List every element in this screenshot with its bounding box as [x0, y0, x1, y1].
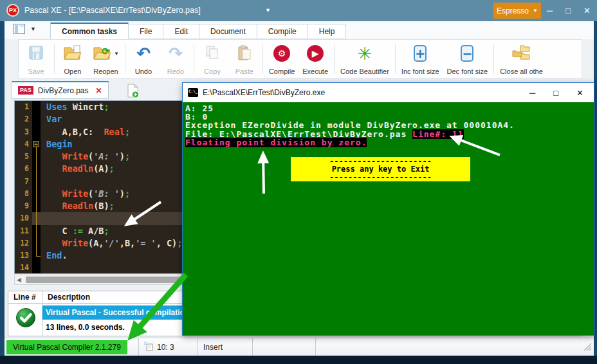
ribbon-tab-common-tasks[interactable]: Common tasks	[50, 23, 129, 39]
console-line: File: E:\PascalXE\ErrTest\DivByZero.pas …	[185, 130, 594, 138]
empty-cell	[315, 338, 378, 356]
fold-gutter	[32, 101, 41, 113]
close-all-icon	[512, 44, 530, 62]
ribbon-tab-file[interactable]: File	[129, 24, 163, 39]
save-label: Save	[28, 68, 44, 75]
press-any-key-box: ---------------------- Press any key to …	[291, 157, 470, 181]
line-number: 14	[15, 262, 32, 274]
copy-button[interactable]: Copy	[196, 41, 228, 77]
console-minimize-button[interactable]: ─	[529, 88, 535, 98]
folder-open-icon	[63, 44, 82, 63]
beautifier-icon: ✳	[358, 45, 372, 62]
new-file-button[interactable]	[126, 83, 140, 98]
cmd-prompt-icon: C:\_	[188, 88, 198, 97]
open-button[interactable]: Open	[57, 41, 89, 77]
line-number: 3	[15, 126, 32, 138]
paste-icon	[236, 44, 253, 62]
save-icon	[28, 44, 44, 62]
execute-button[interactable]: ▶Execute	[298, 41, 332, 77]
editor-tab-divbyzero[interactable]: PAS DivByZero.pas ✕	[12, 81, 109, 99]
ribbon-tab-edit[interactable]: Edit	[163, 24, 199, 39]
fold-gutter	[32, 163, 41, 175]
exit-box-message: Press any key to Exit	[291, 165, 470, 173]
layout-menu-icon	[14, 24, 25, 34]
reopen-button[interactable]: ⟳▼Reopen	[89, 41, 123, 77]
inc-font-size-button[interactable]: +Inc font size	[398, 41, 443, 77]
success-check-icon	[15, 307, 36, 331]
close-button[interactable]: ✕	[583, 6, 591, 15]
compile-button[interactable]: ⚙Compile	[265, 41, 298, 77]
theme-selector-button[interactable]: Espresso ▼	[493, 3, 541, 19]
toolbar-separator	[262, 44, 263, 74]
fold-gutter: −	[32, 138, 41, 150]
ribbon-tab-help[interactable]: Help	[308, 24, 347, 39]
fold-line	[36, 250, 37, 256]
code-beautifier-label: Code Beautifier	[340, 68, 389, 75]
chevron-down-icon: ▼	[30, 26, 36, 32]
undo-icon: ↶	[136, 45, 151, 62]
save-button[interactable]: Save	[20, 41, 52, 77]
insert-mode-value: Insert	[203, 343, 223, 352]
fold-gutter	[32, 237, 41, 250]
console-close-button[interactable]: ✕	[576, 88, 583, 98]
console-title: E:\PascalXE\ErrTest\DivByZero.exe	[203, 88, 525, 97]
code-beautifier-button[interactable]: ✳Code Beautifier	[336, 41, 393, 77]
close-all-othe-button[interactable]: Close all othe	[496, 41, 547, 77]
cursor-position-icon	[144, 341, 154, 353]
app-logo-icon: PX	[6, 4, 19, 17]
pascal-xe-window: PX Pascal XE - [E:\PascalXE\ErrTest\DivB…	[0, 0, 597, 364]
console-line: Floating point division by zero.	[185, 138, 594, 147]
line-number: 4	[15, 138, 32, 150]
paste-button[interactable]: Paste	[228, 41, 261, 77]
console-line: A: 25	[185, 104, 594, 113]
insert-mode-cell: Insert	[197, 338, 252, 356]
toolbar-separator	[395, 44, 396, 74]
line-number: 1	[15, 101, 32, 113]
fold-line	[36, 200, 37, 212]
title-caret-icon[interactable]: ▼	[265, 0, 271, 21]
fold-line	[36, 163, 37, 175]
ribbon-tab-document[interactable]: Document	[199, 24, 257, 39]
resize-grip[interactable]	[583, 342, 592, 354]
maximize-button[interactable]: □	[565, 6, 571, 15]
fold-gutter	[32, 113, 41, 125]
minimize-button[interactable]: ─	[547, 6, 553, 15]
console-titlebar[interactable]: C:\_ E:\PascalXE\ErrTest\DivByZero.exe ─…	[183, 83, 594, 102]
status-cells: 10: 3 Insert	[138, 338, 378, 356]
inc-font-icon: +	[414, 47, 427, 60]
line-number: 7	[15, 176, 32, 188]
fold-gutter	[32, 176, 41, 188]
fold-gutter	[32, 150, 41, 163]
exit-box-rule: ----------------------	[291, 174, 470, 181]
console-maximize-button[interactable]: □	[553, 88, 558, 98]
fold-line	[36, 237, 37, 250]
svg-text:⟳: ⟳	[102, 46, 110, 57]
console-window[interactable]: C:\_ E:\PascalXE\ErrTest\DivByZero.exe ─…	[182, 82, 594, 336]
fold-gutter	[32, 212, 41, 224]
fold-collapse-icon[interactable]: −	[33, 141, 39, 147]
redo-button[interactable]: ↷Redo	[160, 41, 192, 77]
inc-font-size-label: Inc font size	[401, 68, 439, 75]
fold-line	[36, 176, 37, 188]
dec-font-size-button[interactable]: −Dec font size	[443, 41, 492, 77]
line-number: 11	[15, 225, 32, 237]
undo-button[interactable]: ↶Undo	[127, 41, 160, 77]
status-bar: Virtual Pascal Compiler 2.1.279 10: 3 In…	[5, 338, 594, 356]
window-title: Pascal XE - [E:\PascalXE\ErrTest\DivByZe…	[24, 0, 201, 21]
line-number: 12	[15, 237, 32, 250]
quick-menu[interactable]: ▼	[14, 24, 36, 34]
close-all-othe-label: Close all othe	[500, 68, 543, 75]
empty-cell	[252, 338, 315, 356]
fold-gutter	[32, 225, 41, 237]
line-number: 10	[15, 212, 32, 224]
scroll-left-icon[interactable]: ◀	[17, 277, 21, 283]
line-number: 6	[15, 163, 32, 175]
message-row[interactable]: 13 lines, 0.0 seconds.	[42, 322, 125, 333]
tab-close-icon[interactable]: ✕	[96, 86, 102, 95]
console-output[interactable]: A: 25B: 0Exception EZeroDivide in module…	[183, 102, 594, 335]
window-controls: ─ □ ✕	[547, 0, 593, 21]
fold-gutter	[32, 262, 41, 274]
chevron-down-icon[interactable]: ▼	[114, 51, 119, 57]
console-lines: A: 25B: 0Exception EZeroDivide in module…	[185, 104, 594, 147]
ribbon-tab-compile[interactable]: Compile	[257, 24, 308, 39]
